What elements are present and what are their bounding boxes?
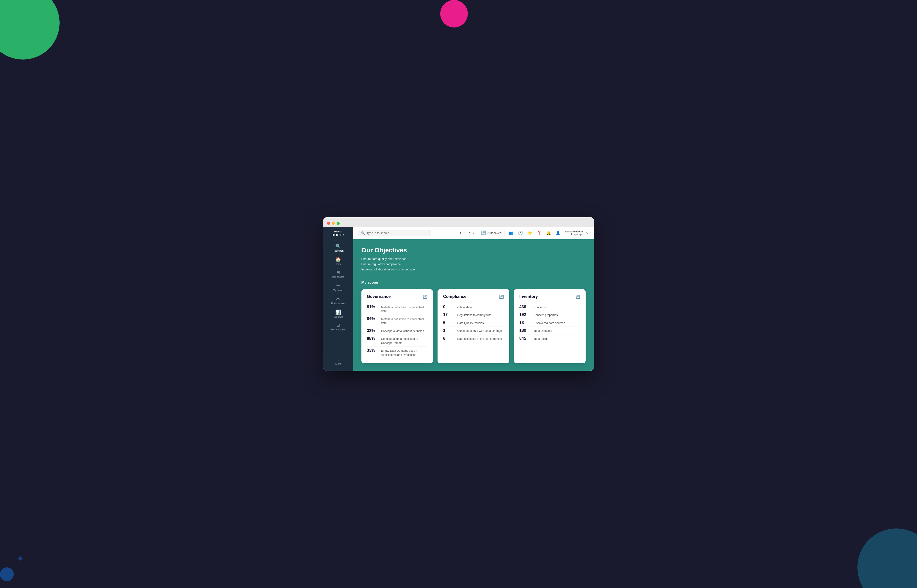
card-compliance-row-3: 1 Conceptual data with Data Lineage: [443, 327, 504, 335]
tasks-icon: ✳: [336, 283, 340, 288]
sidebar-item-dashboard[interactable]: ⊞ Dashboard: [323, 268, 353, 280]
sidebar-nav: 🔍 Research 🏠 Home ⊞ Dashboard ✳ My Tasks…: [323, 242, 353, 367]
user-profile-button[interactable]: 👤: [554, 229, 562, 237]
favorites-button[interactable]: ⭐: [526, 229, 533, 237]
main-scroll-area: Our Objectives Ensure data quality and r…: [353, 239, 594, 371]
autosaved-button[interactable]: 🔄 Autosaved: [481, 230, 501, 235]
card-compliance-value-2: 6: [443, 320, 454, 325]
card-governance-value-0: 81%: [367, 305, 378, 309]
card-compliance-title: Compliance: [443, 294, 467, 299]
logo-mega-text: MEGA: [332, 231, 345, 233]
card-governance-header: Governance 🔄: [367, 294, 428, 299]
sidebar-label-registers: Registers: [333, 315, 343, 318]
card-governance-value-4: 33%: [367, 348, 378, 353]
sidebar-item-technologies[interactable]: ⊞ Technologies: [323, 321, 353, 333]
dashboard-icon: ⊞: [337, 270, 340, 275]
card-governance-label-1: Metadata not linked to conceptual data: [381, 317, 428, 325]
more-icon: 〜: [337, 359, 340, 362]
main-content: 🔍 ↩ ▾ ↪ ▾ 🔄 Autosaved: [353, 227, 594, 371]
sidebar-item-environment[interactable]: ✂ Environment: [323, 294, 353, 307]
objective-1: Ensure data quality and relevance: [361, 256, 586, 262]
card-compliance-header: Compliance 🔄: [443, 294, 504, 299]
card-inventory-refresh-icon[interactable]: 🔄: [575, 294, 580, 299]
undo-button[interactable]: ↩ ▾: [458, 230, 466, 236]
card-compliance-label-3: Conceptual data with Data Lineage: [457, 329, 502, 333]
sidebar-item-research[interactable]: 🔍 Research: [323, 242, 353, 254]
redo-button[interactable]: ↪ ▾: [468, 230, 475, 236]
app-logo: MEGA HOPEX: [332, 231, 345, 237]
card-governance-value-2: 33%: [367, 328, 378, 333]
card-inventory-header: Inventory 🔄: [519, 294, 580, 299]
card-inventory-label-3: Meta Datasets: [533, 329, 552, 333]
card-governance-refresh-icon[interactable]: 🔄: [423, 294, 428, 299]
card-compliance-value-1: 17: [443, 312, 454, 317]
undo-icon: ↩: [460, 231, 462, 235]
app-container: MEGA HOPEX 🔍 Research 🏠 Home ⊞ Dashboard: [323, 227, 594, 371]
card-governance: Governance 🔄 81% Metadata not linked to …: [361, 289, 433, 363]
sidebar-label-dashboard: Dashboard: [332, 275, 345, 278]
sidebar-label-home: Home: [335, 263, 342, 265]
sidebar: MEGA HOPEX 🔍 Research 🏠 Home ⊞ Dashboard: [323, 227, 353, 371]
card-inventory-row-4: 845 Meta Fields: [519, 335, 580, 342]
sidebar-item-registers[interactable]: 📊 Registers: [323, 307, 353, 320]
search-input[interactable]: [367, 231, 428, 235]
card-inventory-label-2: Discovered data sources: [533, 321, 565, 325]
browser-chrome: [323, 217, 594, 227]
browser-maximize-button[interactable]: [337, 222, 340, 225]
card-governance-label-0: Metadata not linked to conceptual data: [381, 305, 428, 313]
search-bar[interactable]: 🔍: [358, 229, 431, 236]
card-compliance-row-1: 17 Regulations to comply with: [443, 311, 504, 319]
header: 🔍 ↩ ▾ ↪ ▾ 🔄 Autosaved: [353, 227, 594, 239]
browser-minimize-button[interactable]: [332, 222, 335, 225]
research-icon: 🔍: [335, 244, 341, 249]
card-governance-value-3: 88%: [367, 336, 378, 341]
card-compliance-refresh-icon[interactable]: 🔄: [499, 294, 504, 299]
card-governance-row-4: 33% Empty Data Domains used in Applicati…: [367, 347, 428, 359]
undo-chevron-icon: ▾: [463, 232, 465, 234]
sidebar-item-more[interactable]: 〜 More: [323, 357, 353, 367]
sidebar-item-my-tasks[interactable]: ✳ My Tasks: [323, 281, 353, 293]
bg-decoration-teal: [857, 528, 917, 588]
browser-window: MEGA HOPEX 🔍 Research 🏠 Home ⊞ Dashboard: [323, 217, 594, 371]
notifications-button[interactable]: 🔔: [545, 229, 552, 237]
card-inventory-title: Inventory: [519, 294, 538, 299]
card-governance-row-1: 84% Metadata not linked to conceptual da…: [367, 315, 428, 327]
card-inventory-value-0: 466: [519, 305, 530, 309]
last-connection-time: 4 days ago: [564, 233, 583, 236]
scope-section: My scope Governance 🔄 81% Metadata not l…: [353, 279, 594, 371]
users-icon: 👥: [509, 231, 514, 235]
card-governance-row-2: 33% Conceptual data without definition: [367, 327, 428, 335]
bg-decoration-dot: [18, 556, 23, 561]
card-compliance: Compliance 🔄 0 critical data 17 Regulati…: [437, 289, 509, 363]
search-icon: 🔍: [361, 231, 365, 235]
card-governance-label-4: Empty Data Domains used in Applications …: [381, 349, 428, 357]
browser-close-button[interactable]: [327, 222, 330, 225]
users-button[interactable]: 👥: [507, 229, 515, 237]
card-inventory-label-0: Concepts: [533, 305, 546, 310]
card-inventory-row-0: 466 Concepts: [519, 303, 580, 311]
hero-objectives: Ensure data quality and relevance Ensure…: [361, 256, 586, 272]
objective-2: Ensure regulatory compliance: [361, 262, 586, 267]
card-compliance-label-1: Regulations to comply with: [457, 313, 491, 317]
logout-icon: ⎋: [586, 230, 588, 235]
sidebar-item-home[interactable]: 🏠 Home: [323, 255, 353, 267]
card-compliance-value-3: 1: [443, 328, 454, 333]
card-compliance-label-0: critical data: [457, 305, 471, 310]
card-governance-label-3: Conceptual data not linked to Concept Do…: [381, 337, 428, 345]
history-button[interactable]: 🕐: [517, 229, 524, 237]
card-inventory: Inventory 🔄 466 Concepts 192 Concept pro…: [514, 289, 586, 363]
card-governance-row-3: 88% Conceptual data not linked to Concep…: [367, 335, 428, 347]
sidebar-label-research: Research: [333, 249, 343, 252]
header-actions: ↩ ▾ ↪ ▾ 🔄 Autosaved 👥: [458, 229, 589, 237]
sidebar-label-environment: Environment: [331, 302, 345, 305]
card-compliance-row-2: 6 Data Quality Policies: [443, 319, 504, 327]
last-connection-info: Last connection 4 days ago: [564, 230, 583, 236]
card-inventory-value-2: 13: [519, 320, 530, 325]
last-connection-label: Last connection: [564, 230, 583, 233]
bg-decoration-blue: [0, 567, 14, 581]
help-button[interactable]: ❓: [535, 229, 543, 237]
card-inventory-label-4: Meta Fields: [533, 337, 548, 341]
card-governance-label-2: Conceptual data without definition: [381, 329, 424, 333]
logout-button[interactable]: ⎋: [585, 229, 589, 236]
card-compliance-row-4: 6 Data assessed in the last 6 months: [443, 335, 504, 342]
